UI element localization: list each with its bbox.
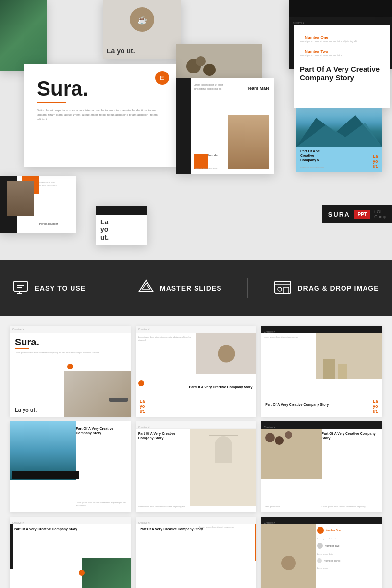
gs3-story-text: Part Of A Very Creative Company Story xyxy=(265,402,329,407)
main-body-text: Setiod lamet perpiciacin unde omnia iste… xyxy=(37,108,164,122)
gs9-coffee-circle xyxy=(281,556,296,570)
features-bar: EASY TO USE MASTER SLIDES DRAG & DROP IM… xyxy=(0,260,392,316)
slide-grid: Creative ✕ Sura. Lorem ipsum dolor sit a… xyxy=(10,326,382,588)
gs3-building-area xyxy=(316,333,382,379)
slide-layout-bottom: Layout. xyxy=(96,206,147,245)
gs7-story-text: Part Of A Very Creative Company Story xyxy=(14,527,77,531)
gs6-story-text: Part Of A Very Creative Company Story xyxy=(322,431,380,440)
mountain-svg xyxy=(296,108,382,147)
main-sura-title: Sura. xyxy=(37,78,176,99)
gs6-coffee-area xyxy=(261,429,321,479)
main-underline xyxy=(37,102,66,103)
gs6-dark-header: Creative ✕ xyxy=(261,421,382,429)
gs2-layout-text: Layout. xyxy=(140,399,145,414)
gs2-coffee-circle xyxy=(218,345,235,362)
mountain-body-text: Lorem ipsum dolor sit amet xyxy=(300,166,324,169)
feature-drag-drop: DRAG & DROP IMAGE xyxy=(274,279,379,297)
sura-ppt-badge: SURA PPT t OfComp xyxy=(322,205,392,223)
gs8-header-text: Creative ✕ xyxy=(136,521,150,524)
gs1-underline xyxy=(15,348,29,349)
gs3-building-shape xyxy=(323,359,335,379)
svg-marker-12 xyxy=(284,287,289,293)
gs9-n3-row: Number Three xyxy=(317,558,380,563)
slide-grid-section: Creative ✕ Sura. Lorem ipsum dolor sit a… xyxy=(0,316,392,588)
preview-section: ☕ La yo ut. Creative ▶ Number One Lorem … xyxy=(0,0,392,260)
gs1-orange-dot xyxy=(67,364,73,369)
gs9-n2-label: Number Two xyxy=(325,544,340,547)
gs1-board xyxy=(109,398,128,402)
gs5-window-area xyxy=(190,429,257,506)
grid-slide-3: Creative ✕ Lorem ipsum dolor sit amet co… xyxy=(261,326,382,416)
gs5-arch xyxy=(215,436,232,463)
drag-drop-label: DRAG & DROP IMAGE xyxy=(297,284,379,292)
gs2-header-text: Creative ✕ xyxy=(138,328,150,331)
nut-3 xyxy=(196,56,206,66)
master-slides-label: MASTER SLIDES xyxy=(160,284,222,292)
gs1-layout-text: La yo ut. xyxy=(15,407,37,413)
gs3-layout-text: Layout. xyxy=(373,399,378,414)
gs3-header-text: Creative ✕ xyxy=(261,330,275,333)
gs1-header: Creative ✕ xyxy=(10,326,131,333)
gs1-body-text: Lorem ipsum dolor sit amet consectetur a… xyxy=(15,351,126,354)
gs2-header: Creative ✕ xyxy=(136,326,257,333)
feature-divider-1 xyxy=(112,278,112,298)
gs9-n2-row: Number Two xyxy=(317,543,380,549)
gs1-sura-title: Sura. xyxy=(15,337,39,348)
gs9-circle-2 xyxy=(317,543,323,549)
gs6-bean3 xyxy=(285,431,292,439)
gs9-n1-text: Lorem ipsum dolor sit xyxy=(317,538,380,540)
svg-point-11 xyxy=(278,287,282,291)
gs7-header: Creative ✕ xyxy=(10,517,131,524)
gs7-green-area xyxy=(82,558,131,588)
story-top-body2: Lorem ipsum dolor sit amet consectetur xyxy=(299,54,385,58)
gs6-bean1 xyxy=(265,433,275,442)
bottom-layout-text: Layout. xyxy=(100,219,109,241)
person-photo xyxy=(7,181,34,216)
team-label: Team Mate xyxy=(247,86,270,91)
orange-icon: ⊟ xyxy=(155,71,169,85)
feature-master-slides: MASTER SLIDES xyxy=(138,279,222,297)
slide-dark-bar xyxy=(289,0,392,17)
grid-slide-4: Part Of A Very Creative Company Story Lo… xyxy=(10,421,131,512)
person-small-text: Lorem ipsum dolorsit amet consectetur xyxy=(39,181,57,187)
mountain-image xyxy=(296,108,382,147)
gs4-story-text: Part Of A Very Creative Company Story xyxy=(76,426,127,435)
gs1-image xyxy=(64,371,131,416)
gs9-dark-header: Creative ✕ xyxy=(261,517,382,524)
slide-person-bl: Herdia Founder Lorem ipsum dolorsit amet… xyxy=(0,176,76,233)
ppt-extra: t OfComp xyxy=(374,209,386,219)
gs8-header: Creative ✕ xyxy=(136,517,257,524)
gs4-body-text: Lorem ipsum dolor sit amet consectetur a… xyxy=(76,501,127,507)
grid-slide-6: Creative ✕ Part Of A Very Creative Compa… xyxy=(261,421,382,512)
person-photo-bg xyxy=(228,115,270,169)
gs8-body-text-right: Lorem ipsum dolor sit amet consectetur. xyxy=(199,526,254,529)
gs1-header-text: Creative ✕ xyxy=(12,328,24,331)
story-number-one: Number One xyxy=(305,35,379,40)
sura-text: SURA xyxy=(328,211,350,218)
gs9-numbers-area: Number One Lorem ipsum dolor sit Number … xyxy=(317,527,380,570)
gs9-n3-text: Lorem ipsum xyxy=(317,567,380,570)
gs6-body-text: Lorem ipsum dolor sit amet consectetur a… xyxy=(322,505,380,508)
gs9-coffee-img xyxy=(261,524,316,588)
gs2-left-text: Lorem ipsum dolor sit amet consectetur a… xyxy=(138,336,196,342)
gs6-left-text: Lorem ipsum dolor xyxy=(264,505,280,508)
gs9-n3-label: Number Three xyxy=(324,559,341,562)
slide-team: Lorem ipsum dolor sit ametconsectetur ad… xyxy=(176,78,274,174)
story-top-title: Part Of A Very Creative Company Story xyxy=(300,65,384,82)
grid-slide-9: Creative ✕ Number One Lorem ipsum dolor … xyxy=(261,517,382,588)
layout-dark-top xyxy=(96,206,147,215)
gs8-story-text: Part Of A Very Creative Company Story xyxy=(140,527,203,531)
master-slides-icon xyxy=(138,279,154,297)
nut-2 xyxy=(203,64,216,76)
slide-green xyxy=(0,0,47,71)
grid-slide-7: Creative ✕ Part Of A Very Creative Compa… xyxy=(10,517,131,588)
gs6-bean2 xyxy=(275,436,284,445)
drag-drop-icon xyxy=(274,279,292,297)
team-body-text: Lorem ipsum dolor sit ametconsectetur ad… xyxy=(194,83,223,91)
mountain-story-text: Part Of A VeCreativeCompany S xyxy=(296,147,382,164)
gs2-story-text: Part Of A Very Creative Company Story xyxy=(189,385,253,389)
gs9-n1-label: Number One xyxy=(326,529,341,532)
easy-to-use-label: EASY TO USE xyxy=(34,284,86,292)
story-top-body: Lorem ipsum dolor sit amet consectetur a… xyxy=(299,40,385,44)
gs5-body-text: Lorem ipsum dolor sit amet consectetur a… xyxy=(138,505,190,508)
